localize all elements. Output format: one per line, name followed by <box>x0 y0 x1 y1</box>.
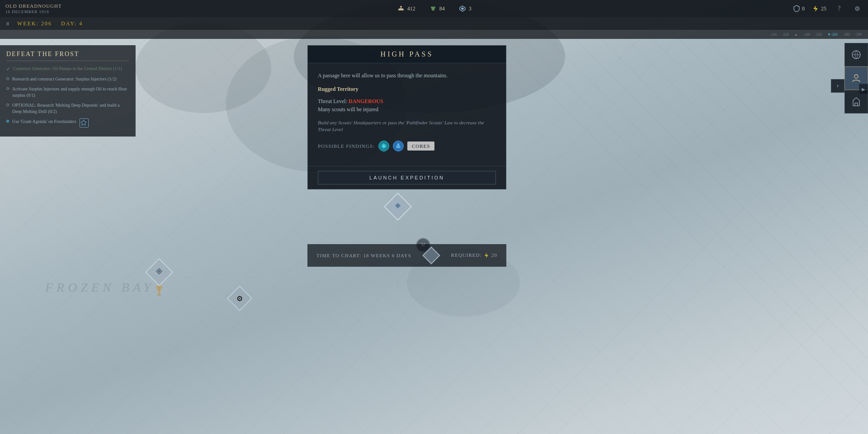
threat-tip: Build any Scouts' Headquarters or pass t… <box>318 119 496 133</box>
svg-marker-4 <box>461 7 464 10</box>
svg-marker-6 <box>81 120 86 125</box>
threat-value: DANGEROUS <box>349 98 383 104</box>
workers-icon <box>397 5 405 13</box>
territory-label: Rugged Territory <box>318 86 496 93</box>
diamond-marker <box>384 193 412 221</box>
shield-stat: 0 <box>793 5 805 12</box>
quest-dot-active-icon <box>6 120 9 123</box>
required-display: REQUIRED: 20 <box>451 252 497 259</box>
question-button[interactable]: ? <box>834 3 844 14</box>
gear-diamond: ⚙ <box>227 286 253 311</box>
diamond-icon <box>393 201 402 212</box>
workers-value: 412 <box>407 5 415 12</box>
quest-dot-icon <box>6 87 9 90</box>
svg-point-12 <box>158 270 160 273</box>
svg-marker-7 <box>485 253 488 258</box>
finding-icon-blue <box>393 141 404 151</box>
quest-item-text: OPTIONAL: Research 'Melting Deep Deposit… <box>12 102 129 115</box>
quest-item-text: Use 'Grant Agenda' on Frostlanders <box>12 118 76 125</box>
shield-value: 0 <box>802 5 805 12</box>
location-panel: HIGH PASS A passage here will allow us t… <box>307 45 506 189</box>
threat-subtitle: Many scouts will be injured <box>318 106 496 113</box>
quest-dot-icon <box>6 104 9 106</box>
scroll-right-button[interactable]: ▶ <box>859 84 868 94</box>
settlement-diamond <box>145 258 173 286</box>
week-bar: ⏸ WEEK: 206 DAY: 4 <box>0 17 868 30</box>
quest-item: Research and construct Generator: Surplu… <box>6 76 129 82</box>
right-panel-buttons <box>844 43 868 113</box>
resource-workers: 412 <box>397 5 415 13</box>
expedition-info-bar: TIME TO CHART: 18 WEEKS 6 DAYS REQUIRED:… <box>307 244 506 267</box>
location-footer: LAUNCH EXPEDITION <box>308 166 506 189</box>
temperature-bar: -210 -220 ▲ -240 -250 ▼-260 -280 -290 <box>0 30 868 39</box>
possible-findings: POSSIBLE FINDINGS: Cores <box>318 141 496 151</box>
shield-icon <box>793 5 800 12</box>
quest-panel: DEFEAT THE FROST ✓ Construct Generator: … <box>0 45 136 137</box>
trophy-icon <box>149 284 169 297</box>
bolt-value: 25 <box>821 5 826 12</box>
wood-icon <box>429 5 437 13</box>
quest-item-text: Construct Generator: Oil Pumps in the Ce… <box>13 66 122 72</box>
bolt-icon <box>812 5 819 12</box>
map-view-button[interactable] <box>844 43 868 66</box>
iron-icon <box>458 5 467 13</box>
cores-tooltip: Cores <box>407 142 434 151</box>
quest-dot-icon <box>6 77 9 80</box>
week-day-display: WEEK: 206 DAY: 4 <box>17 20 83 27</box>
svg-rect-1 <box>431 8 435 9</box>
quest-item-text: Research and construct Generator: Surplu… <box>12 76 116 82</box>
svg-rect-14 <box>157 295 161 296</box>
svg-marker-5 <box>813 5 818 12</box>
quest-item: Activate Surplus Injectors and supply en… <box>6 86 129 99</box>
svg-rect-2 <box>432 9 434 10</box>
current-temp-marker: ▼-260 <box>825 33 840 37</box>
gear-marker[interactable]: ⚙ <box>231 289 249 307</box>
bolt-small-icon <box>483 252 490 259</box>
quest-item-text: Activate Surplus Injectors and supply en… <box>12 86 129 99</box>
finding-icon-teal <box>378 141 389 151</box>
svg-rect-0 <box>431 7 435 8</box>
svg-rect-13 <box>158 292 160 295</box>
gamerant-watermark: GAMERANT <box>822 420 859 427</box>
quest-item: OPTIONAL: Research 'Melting Deep Deposit… <box>6 102 129 115</box>
location-description: A passage here will allow us to pass thr… <box>318 71 496 80</box>
quest-agenda-icon <box>80 118 89 127</box>
game-date: 16 DECEMBER 1919 <box>5 9 62 14</box>
pause-button[interactable]: ⏸ <box>5 21 10 26</box>
resource-wood: 84 <box>429 5 445 13</box>
time-to-chart: TIME TO CHART: 18 WEEKS 6 DAYS <box>316 253 411 258</box>
temperature-scale: -210 -220 ▲ -240 -250 ▼-260 -280 -290 <box>767 33 864 37</box>
resource-iron: 3 <box>458 5 472 13</box>
expedition-diamond-icon <box>422 246 440 264</box>
settings-button[interactable]: ⚙ <box>852 3 863 14</box>
frozen-bay-label: FROZEN BAY <box>45 280 154 295</box>
settlement-icon <box>155 267 164 278</box>
location-title: HIGH PASS <box>317 50 497 58</box>
findings-label: POSSIBLE FINDINGS: <box>318 143 375 149</box>
gear-icon-marker: ⚙ <box>236 294 243 303</box>
iron-value: 3 <box>469 5 472 12</box>
quest-item-grant-agenda: Use 'Grant Agenda' on Frostlanders <box>6 118 129 127</box>
location-header: HIGH PASS <box>308 46 506 63</box>
threat-label: Threat Level: <box>318 98 347 104</box>
launch-expedition-button[interactable]: LAUNCH EXPEDITION <box>318 171 496 184</box>
quest-title: DEFEAT THE FROST <box>6 51 129 61</box>
high-pass-marker[interactable] <box>388 197 408 217</box>
panel-collapse-button[interactable]: › <box>831 79 844 93</box>
bolt-stat: 25 <box>812 5 826 12</box>
settlement-marker[interactable] <box>149 262 169 297</box>
quest-check-icon: ✓ <box>6 66 10 72</box>
svg-point-16 <box>854 75 858 78</box>
wood-value: 84 <box>439 5 445 12</box>
threat-level-line: Threat Level: DANGEROUS <box>318 98 496 105</box>
top-bar: OLD DREADNOUGHT 16 DECEMBER 1919 412 84 <box>0 0 868 17</box>
game-title: OLD DREADNOUGHT <box>5 3 62 9</box>
location-body: A passage here will allow us to pass thr… <box>308 63 506 166</box>
quest-item: ✓ Construct Generator: Oil Pumps in the … <box>6 66 129 72</box>
